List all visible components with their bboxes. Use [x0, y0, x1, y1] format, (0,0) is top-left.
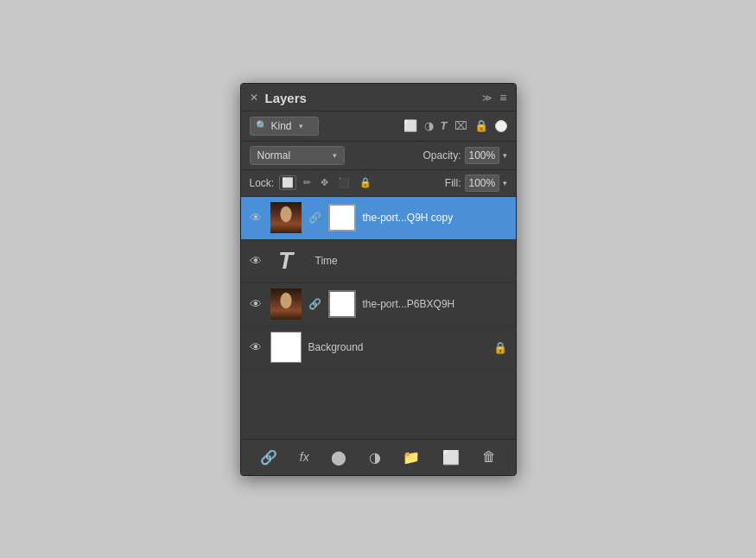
smart-filter-icon[interactable]: 🔒: [474, 119, 488, 132]
lock-label: Lock:: [250, 177, 275, 189]
kind-dropdown[interactable]: 🔍 Kind ▾: [250, 117, 319, 136]
collapse-icon[interactable]: ≫: [482, 92, 492, 104]
fill-chevron-icon[interactable]: ▾: [503, 179, 507, 187]
layer-thumbnail-mask: [328, 204, 356, 231]
title-bar-right: ≫ ≡: [482, 91, 506, 105]
add-mask-button[interactable]: ⬤: [328, 447, 349, 468]
new-layer-button[interactable]: ⬜: [440, 447, 462, 468]
fill-value[interactable]: 100%: [465, 174, 499, 192]
kind-label: Kind: [271, 120, 292, 132]
fx-button[interactable]: fx: [297, 447, 312, 466]
layer-item[interactable]: 👁 Background 🔒: [241, 327, 516, 370]
panel-menu-icon[interactable]: ≡: [499, 91, 506, 105]
filter-toggle-circle[interactable]: [495, 120, 507, 132]
visibility-icon[interactable]: 👁: [250, 211, 264, 225]
adjustment-filter-icon[interactable]: ◑: [424, 119, 434, 132]
visibility-icon[interactable]: 👁: [250, 340, 264, 354]
link-layers-button[interactable]: 🔗: [257, 447, 280, 468]
lock-pixels-icon[interactable]: ⬜: [279, 175, 296, 190]
layer-thumbnail-text: T: [270, 245, 302, 276]
close-button[interactable]: ✕: [250, 92, 258, 103]
fill-group: Fill: 100% ▾: [445, 174, 507, 192]
title-bar: ✕ Layers ≫ ≡: [241, 84, 516, 111]
opacity-value[interactable]: 100%: [465, 147, 499, 164]
fill-label: Fill:: [445, 177, 461, 189]
lock-all-icon[interactable]: 🔒: [357, 175, 374, 190]
new-group-button[interactable]: 📁: [400, 447, 422, 468]
layer-name: Background: [308, 341, 486, 353]
blend-bar: Normal ▾ Opacity: 100% ▾: [241, 142, 516, 170]
shape-filter-icon[interactable]: ⌧: [454, 119, 467, 132]
visibility-icon[interactable]: 👁: [250, 254, 264, 268]
layer-link-icon[interactable]: 🔗: [308, 298, 321, 310]
layer-thumbnail-photo: [270, 289, 302, 320]
visibility-icon[interactable]: 👁: [250, 297, 264, 311]
bottom-toolbar: 🔗 fx ⬤ ◑ 📁 ⬜ 🗑: [241, 439, 516, 475]
type-filter-icon[interactable]: T: [441, 119, 448, 132]
lock-position-icon[interactable]: ✏: [301, 175, 314, 190]
adjustment-button[interactable]: ◑: [366, 447, 384, 468]
blend-mode-value: Normal: [257, 149, 291, 162]
layer-item[interactable]: 👁 🔗 the-port...P6BXQ9H: [241, 283, 516, 327]
blend-mode-dropdown[interactable]: Normal ▾: [250, 146, 345, 165]
lock-bar: Lock: ⬜ ✏ ✥ ⬛ 🔒 Fill: 100% ▾: [241, 170, 516, 197]
lock-artboard-icon[interactable]: ⬛: [335, 175, 353, 190]
layer-locked-icon: 🔒: [493, 341, 507, 354]
opacity-chevron-icon[interactable]: ▾: [503, 151, 507, 160]
layers-panel: ✕ Layers ≫ ≡ 🔍 Kind ▾ ⬜ ◑ T ⌧ 🔒 Normal ▾: [240, 83, 517, 476]
blend-chevron-icon: ▾: [333, 151, 337, 160]
photo-face: [270, 289, 302, 320]
empty-layers-space: [241, 370, 516, 439]
pixel-filter-icon[interactable]: ⬜: [403, 119, 417, 132]
layer-name: the-port...P6BXQ9H: [363, 298, 507, 310]
lock-move-icon[interactable]: ✥: [318, 175, 331, 190]
photo-face: [270, 202, 302, 233]
text-type-icon: T: [278, 247, 293, 275]
panel-title: Layers: [265, 91, 307, 105]
layer-item[interactable]: 👁 T Time: [241, 240, 516, 283]
delete-layer-button[interactable]: 🗑: [480, 447, 499, 467]
opacity-label: Opacity:: [422, 149, 461, 162]
lock-icons-group: ⬜ ✏ ✥ ⬛ 🔒: [279, 175, 374, 190]
opacity-group: Opacity: 100% ▾: [422, 147, 506, 164]
filter-icons: ⬜ ◑ T ⌧ 🔒: [324, 119, 507, 132]
layer-thumbnail-background: [270, 332, 302, 363]
layer-thumbnail-mask: [328, 290, 356, 318]
layer-thumbnail-photo: [270, 202, 302, 233]
layers-list: 👁 🔗 the-port...Q9H copy 👁 T Time 👁 🔗 th: [241, 197, 516, 439]
layer-item[interactable]: 👁 🔗 the-port...Q9H copy: [241, 197, 516, 240]
layer-name: Time: [315, 255, 507, 267]
layer-name: the-port...Q9H copy: [363, 212, 507, 224]
title-bar-left: ✕ Layers: [250, 91, 307, 105]
layer-link-icon[interactable]: 🔗: [308, 212, 321, 224]
filter-bar: 🔍 Kind ▾ ⬜ ◑ T ⌧ 🔒: [241, 111, 516, 142]
search-icon: 🔍: [256, 120, 268, 131]
kind-chevron: ▾: [299, 122, 303, 130]
